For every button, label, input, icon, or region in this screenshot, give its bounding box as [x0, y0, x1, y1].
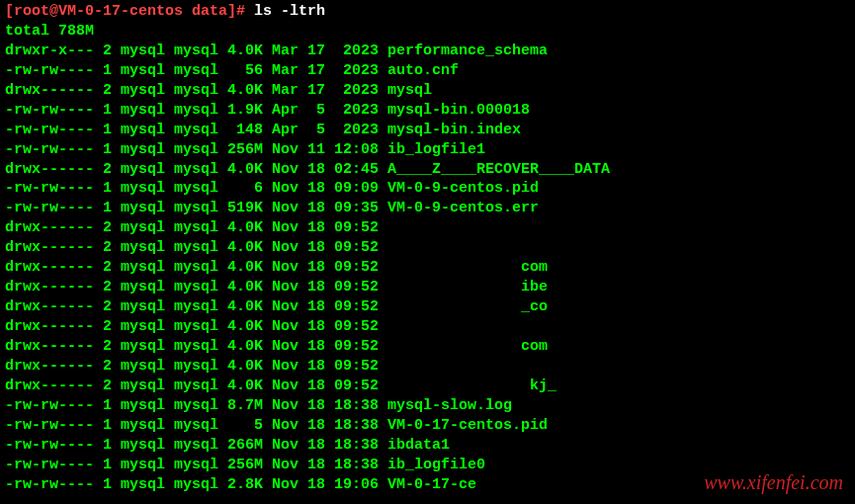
file-name: VM-0-9-centos.pid: [387, 180, 539, 197]
listing-row: drwx------ 2 mysql mysql 4.0K Nov 18 09:…: [5, 238, 850, 258]
file-metadata: -rw-rw---- 1 mysql mysql 256M Nov 18 18:…: [5, 457, 387, 473]
file-metadata: -rw-rw---- 1 mysql mysql 519K Nov 18 09:…: [5, 200, 387, 216]
file-metadata: drwx------ 2 mysql mysql 4.0K Nov 18 09:…: [5, 358, 387, 375]
listing-row: drwxr-x--- 2 mysql mysql 4.0K Mar 17 202…: [5, 42, 850, 61]
file-metadata: drwx------ 2 mysql mysql 4.0K Nov 18 09:…: [5, 219, 387, 236]
file-name: auto.cnf: [387, 62, 459, 79]
file-name: mysql: [387, 82, 432, 99]
listing-row: drwx------ 2 mysql mysql 4.0K Nov 18 09:…: [5, 258, 850, 278]
file-name: mysql-slow.log: [387, 397, 512, 414]
file-name: mysql-bin.index: [387, 122, 521, 138]
listing-row: -rw-rw---- 1 mysql mysql 8.7M Nov 18 18:…: [5, 396, 850, 416]
listing-row: -rw-rw---- 1 mysql mysql 148 Apr 5 2023 …: [5, 121, 850, 140]
listing-row: drwx------ 2 mysql mysql 4.0K Nov 18 09:…: [5, 317, 850, 337]
total-line: total 788M: [5, 22, 850, 42]
listing-row: -rw-rw---- 1 mysql mysql 5 Nov 18 18:38 …: [5, 416, 850, 436]
file-name: com: [387, 338, 548, 355]
listing-row: -rw-rw---- 1 mysql mysql 256M Nov 11 12:…: [5, 140, 850, 160]
file-name: VM-0-17-ce: [387, 476, 476, 493]
listing-row: -rw-rw---- 1 mysql mysql 519K Nov 18 09:…: [5, 199, 850, 218]
file-metadata: -rw-rw---- 1 mysql mysql 148 Apr 5 2023: [5, 122, 387, 138]
listing-row: drwx------ 2 mysql mysql 4.0K Nov 18 09:…: [5, 278, 850, 297]
listing-row: drwx------ 2 mysql mysql 4.0K Nov 18 09:…: [5, 337, 850, 357]
watermark: www.xifenfei.com: [704, 469, 843, 496]
file-metadata: drwx------ 2 mysql mysql 4.0K Nov 18 09:…: [5, 259, 387, 276]
file-name: kj_: [387, 378, 556, 394]
prompt-user-host: [root@VM-0-17-centos data]#: [5, 3, 254, 20]
file-metadata: drwx------ 2 mysql mysql 4.0K Nov 18 09:…: [5, 378, 387, 394]
file-listing: drwxr-x--- 2 mysql mysql 4.0K Mar 17 202…: [5, 42, 850, 495]
listing-row: drwx------ 2 mysql mysql 4.0K Nov 18 09:…: [5, 357, 850, 377]
file-metadata: drwx------ 2 mysql mysql 4.0K Nov 18 09:…: [5, 338, 387, 355]
file-metadata: -rw-rw---- 1 mysql mysql 8.7M Nov 18 18:…: [5, 397, 387, 414]
file-name: VM-0-17-centos.pid: [387, 417, 548, 434]
file-metadata: -rw-rw---- 1 mysql mysql 1.9K Apr 5 2023: [5, 102, 387, 119]
file-name: ibe: [387, 279, 548, 295]
file-metadata: drwx------ 2 mysql mysql 4.0K Nov 18 02:…: [5, 161, 387, 178]
file-metadata: drwx------ 2 mysql mysql 4.0K Mar 17 202…: [5, 82, 387, 99]
listing-row: -rw-rw---- 1 mysql mysql 56 Mar 17 2023 …: [5, 61, 850, 81]
listing-row: -rw-rw---- 1 mysql mysql 266M Nov 18 18:…: [5, 436, 850, 456]
file-name: _co: [387, 298, 548, 315]
file-metadata: -rw-rw---- 1 mysql mysql 256M Nov 11 12:…: [5, 141, 387, 158]
file-metadata: -rw-rw---- 1 mysql mysql 6 Nov 18 09:09: [5, 180, 387, 197]
file-metadata: drwxr-x--- 2 mysql mysql 4.0K Mar 17 202…: [5, 42, 387, 59]
file-name: ib_logfile1: [387, 141, 485, 158]
prompt-command[interactable]: ls -ltrh: [254, 3, 325, 20]
file-metadata: -rw-rw---- 1 mysql mysql 266M Nov 18 18:…: [5, 437, 387, 454]
listing-row: drwx------ 2 mysql mysql 4.0K Nov 18 02:…: [5, 160, 850, 180]
file-metadata: -rw-rw---- 1 mysql mysql 56 Mar 17 2023: [5, 62, 387, 79]
listing-row: -rw-rw---- 1 mysql mysql 6 Nov 18 09:09 …: [5, 179, 850, 199]
file-metadata: -rw-rw---- 1 mysql mysql 2.8K Nov 18 19:…: [5, 476, 387, 493]
listing-row: -rw-rw---- 1 mysql mysql 1.9K Apr 5 2023…: [5, 101, 850, 121]
file-metadata: -rw-rw---- 1 mysql mysql 5 Nov 18 18:38: [5, 417, 387, 434]
listing-row: drwx------ 2 mysql mysql 4.0K Mar 17 202…: [5, 81, 850, 101]
file-name: mysql-bin.000018: [387, 102, 530, 119]
file-name: com: [387, 259, 548, 276]
file-name: A____Z____RECOVER____DATA: [387, 161, 610, 178]
command-prompt: [root@VM-0-17-centos data]# ls -ltrh: [5, 2, 850, 22]
listing-row: drwx------ 2 mysql mysql 4.0K Nov 18 09:…: [5, 218, 850, 238]
file-name: ib_logfile0: [387, 457, 485, 473]
file-metadata: drwx------ 2 mysql mysql 4.0K Nov 18 09:…: [5, 239, 387, 256]
listing-row: drwx------ 2 mysql mysql 4.0K Nov 18 09:…: [5, 377, 850, 396]
file-metadata: drwx------ 2 mysql mysql 4.0K Nov 18 09:…: [5, 298, 387, 315]
file-metadata: drwx------ 2 mysql mysql 4.0K Nov 18 09:…: [5, 279, 387, 295]
file-name: VM-0-9-centos.err: [387, 200, 539, 216]
file-name: ibdata1: [387, 437, 450, 454]
file-name: performance_schema: [387, 42, 548, 59]
listing-row: drwx------ 2 mysql mysql 4.0K Nov 18 09:…: [5, 297, 850, 317]
file-metadata: drwx------ 2 mysql mysql 4.0K Nov 18 09:…: [5, 318, 387, 335]
